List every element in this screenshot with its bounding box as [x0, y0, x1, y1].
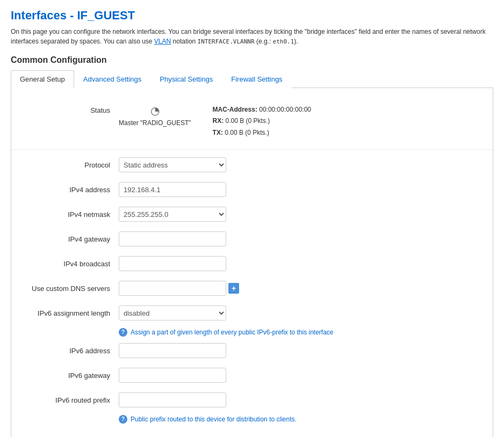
protocol-label: Protocol — [11, 161, 119, 169]
ipv6-routed-prefix-label: IPv6 routed prefix — [11, 396, 119, 404]
mac-label: MAC-Address: — [213, 106, 257, 113]
ipv6-gateway-control — [119, 368, 493, 383]
tab-physical[interactable]: Physical Settings — [150, 70, 222, 88]
tab-bar: General Setup Advanced Settings Physical… — [11, 70, 493, 88]
mac-value: 00:00:00:00:00:00 — [259, 106, 311, 113]
status-row: Status ◔ Master "RADIO_GUEST" MAC-Addres… — [11, 99, 493, 150]
custom-dns-row: Use custom DNS servers — [11, 279, 493, 298]
ipv4-gateway-input[interactable] — [119, 231, 226, 246]
status-master: Master "RADIO_GUEST" — [119, 119, 191, 127]
vlan-link[interactable]: VLAN — [154, 38, 171, 45]
ipv6-address-row: IPv6 address — [11, 341, 493, 360]
ipv6-routed-prefix-input[interactable] — [119, 392, 226, 407]
ipv4-broadcast-control — [119, 256, 493, 271]
ipv6-assignment-control: disabled 64 48 — [119, 305, 493, 321]
rx-line: RX: 0.00 B (0 Pkts.) — [213, 115, 311, 127]
ipv6-assignment-hint-row: ? Assign a part of given length of every… — [11, 328, 493, 337]
ipv4-address-input[interactable] — [119, 182, 226, 197]
tx-line: TX: 0.00 B (0 Pkts.) — [213, 127, 311, 139]
ipv6-assignment-hint-icon: ? — [119, 328, 127, 337]
ipv6-assignment-row: IPv6 assignment length disabled 64 48 — [11, 303, 493, 323]
protocol-select[interactable]: Static address DHCP client PPPoE None — [119, 157, 226, 172]
custom-dns-label: Use custom DNS servers — [11, 285, 119, 293]
protocol-row: Protocol Static address DHCP client PPPo… — [11, 155, 493, 174]
rx-value: 0.00 B (0 Pkts.) — [226, 117, 270, 125]
tab-general[interactable]: General Setup — [11, 70, 74, 88]
status-icon-area: ◔ Master "RADIO_GUEST" — [119, 104, 191, 127]
dns-add-icon[interactable] — [228, 283, 239, 294]
ipv4-address-row: IPv4 address — [11, 180, 493, 199]
ipv6-gateway-label: IPv6 gateway — [11, 372, 119, 380]
ipv4-broadcast-input[interactable] — [119, 256, 226, 271]
ipv4-netmask-label: IPv4 netmask — [11, 210, 119, 218]
ipv4-netmask-select[interactable]: 255.255.255.0 255.255.0.0 255.0.0.0 — [119, 207, 226, 222]
ipv6-assignment-label: IPv6 assignment length — [11, 309, 119, 317]
page-title: Interfaces - IF_GUEST — [11, 9, 493, 23]
ipv6-address-control — [119, 343, 493, 358]
protocol-control: Static address DHCP client PPPoE None — [119, 157, 493, 172]
mac-address-line: MAC-Address: 00:00:00:00:00:00 — [213, 104, 311, 116]
page-description: On this page you can configure the netwo… — [11, 27, 493, 47]
ipv4-gateway-row: IPv4 gateway — [11, 229, 493, 249]
ipv4-gateway-label: IPv4 gateway — [11, 235, 119, 243]
status-label: Status — [11, 104, 119, 114]
ipv4-netmask-row: IPv4 netmask 255.255.255.0 255.255.0.0 2… — [11, 205, 493, 224]
ipv6-routed-prefix-hint-text: Public prefix routed to this device for … — [131, 416, 297, 423]
ipv4-gateway-control — [119, 231, 493, 246]
section-title: Common Configuration — [11, 55, 493, 65]
ipv6-gateway-input[interactable] — [119, 368, 226, 383]
tab-firewall[interactable]: Firewall Settings — [222, 70, 291, 88]
tx-label: TX: — [213, 129, 223, 136]
ipv6-address-input[interactable] — [119, 343, 226, 358]
rx-label: RX: — [213, 117, 224, 125]
ipv4-address-label: IPv4 address — [11, 186, 119, 194]
custom-dns-input[interactable] — [119, 281, 226, 296]
ipv6-routed-prefix-hint-row: ? Public prefix routed to this device fo… — [11, 415, 493, 424]
ipv6-assignment-select[interactable]: disabled 64 48 — [119, 305, 226, 321]
ipv6-routed-prefix-control — [119, 392, 493, 407]
network-icon: ◔ — [150, 104, 160, 117]
ipv6-address-label: IPv6 address — [11, 347, 119, 355]
ipv4-address-control — [119, 182, 493, 197]
tab-advanced[interactable]: Advanced Settings — [74, 70, 150, 88]
ipv4-netmask-control: 255.255.255.0 255.255.0.0 255.0.0.0 — [119, 207, 493, 222]
ipv6-assignment-hint-text: Assign a part of given length of every p… — [131, 329, 334, 336]
ipv4-broadcast-label: IPv4 broadcast — [11, 260, 119, 268]
ipv6-routed-prefix-row: IPv6 routed prefix — [11, 390, 493, 410]
ipv6-routed-prefix-hint-icon: ? — [119, 415, 127, 424]
ipv4-broadcast-row: IPv4 broadcast — [11, 254, 493, 273]
tx-value: 0.00 B (0 Pkts.) — [225, 129, 269, 136]
tab-content: Status ◔ Master "RADIO_GUEST" MAC-Addres… — [11, 88, 493, 438]
status-info: MAC-Address: 00:00:00:00:00:00 RX: 0.00 … — [213, 104, 311, 139]
custom-dns-control — [119, 281, 493, 296]
ipv6-gateway-row: IPv6 gateway — [11, 366, 493, 385]
